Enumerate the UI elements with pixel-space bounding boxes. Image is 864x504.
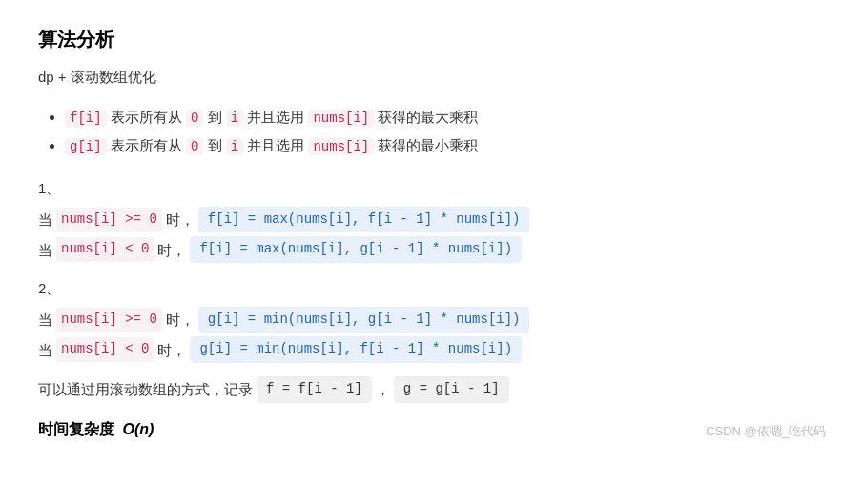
bullet1-text4: 获得的最大乘积 xyxy=(378,109,478,125)
list-item: f[i] 表示所有从 0 到 i 并且选用 nums[i] 获得的最大乘积 xyxy=(65,105,826,131)
list-item: g[i] 表示所有从 0 到 i 并且选用 nums[i] 获得的最小乘积 xyxy=(65,133,826,159)
s1l2-prefix: 当 xyxy=(38,238,52,263)
bullet2-code-red: g[i] xyxy=(65,138,107,155)
s1l1-prefix: 当 xyxy=(38,208,52,232)
time-formula: O(n) xyxy=(122,421,154,437)
section1-line1: 当 nums[i] >= 0 时， f[i] = max(nums[i], f[… xyxy=(38,207,826,233)
bullet1-code1: 0 xyxy=(186,110,203,127)
subtitle: dp + 滚动数组优化 xyxy=(38,65,826,90)
s1l2-formula: f[i] = max(nums[i], g[i - 1] * nums[i]) xyxy=(190,236,522,263)
s1l2-mid: 时， xyxy=(157,238,186,263)
section1-line2: 当 nums[i] < 0 时， f[i] = max(nums[i], g[i… xyxy=(38,236,826,263)
s2l1-cond: nums[i] >= 0 xyxy=(56,308,162,333)
rolling-g-code: g = g[i - 1] xyxy=(394,376,509,403)
time-complexity: 时间复杂度 O(n) xyxy=(38,416,154,442)
rolling-f-code: f = f[i - 1] xyxy=(257,376,372,403)
bullet2-text2: 到 xyxy=(208,137,226,153)
bullet-list: f[i] 表示所有从 0 到 i 并且选用 nums[i] 获得的最大乘积 g[… xyxy=(38,105,826,160)
s2l2-formula: g[i] = min(nums[i], f[i - 1] * nums[i]) xyxy=(190,336,522,363)
bottom-row: 时间复杂度 O(n) CSDN @依嗯_吃代码 xyxy=(38,416,826,442)
rolling-comma: ， xyxy=(376,377,390,402)
bullet2-code2: i xyxy=(226,138,243,155)
bullet2-code3: nums[i] xyxy=(308,138,374,155)
s2l2-mid: 时， xyxy=(157,338,186,363)
s1l1-formula: f[i] = max(nums[i], f[i - 1] * nums[i]) xyxy=(198,207,530,233)
s2l1-formula: g[i] = min(nums[i], g[i - 1] * nums[i]) xyxy=(198,307,530,333)
section1: 1、 当 nums[i] >= 0 时， f[i] = max(nums[i],… xyxy=(38,176,826,263)
bullet1-code-red: f[i] xyxy=(65,110,107,127)
section2-line1: 当 nums[i] >= 0 时， g[i] = min(nums[i], g[… xyxy=(38,307,826,333)
bullet1-code3: nums[i] xyxy=(308,110,374,127)
bullet2-text4: 获得的最小乘积 xyxy=(378,137,478,153)
rolling-array-note: 可以通过用滚动数组的方式，记录 f = f[i - 1] ， g = g[i -… xyxy=(38,376,826,403)
rolling-text: 可以通过用滚动数组的方式，记录 xyxy=(38,377,253,402)
bullet2-text3: 并且选用 xyxy=(247,137,308,153)
s1l1-mid: 时， xyxy=(166,208,195,232)
bullet2-code1: 0 xyxy=(186,138,203,155)
bullet2-text1: 表示所有从 xyxy=(111,137,186,153)
csdn-watermark: CSDN @依嗯_吃代码 xyxy=(706,421,826,442)
section2-num: 2、 xyxy=(38,276,826,301)
section2: 2、 当 nums[i] >= 0 时， g[i] = min(nums[i],… xyxy=(38,276,826,363)
bullet1-text3: 并且选用 xyxy=(247,109,308,125)
s1l1-cond: nums[i] >= 0 xyxy=(56,208,162,232)
bullet1-text2: 到 xyxy=(208,109,226,125)
bullet1-text1: 表示所有从 xyxy=(111,109,186,125)
s2l2-prefix: 当 xyxy=(38,338,52,363)
s1l2-cond: nums[i] < 0 xyxy=(56,237,154,262)
page-title: 算法分析 xyxy=(38,23,826,55)
section2-line2: 当 nums[i] < 0 时， g[i] = min(nums[i], f[i… xyxy=(38,336,826,363)
s2l1-mid: 时， xyxy=(166,308,195,333)
s2l1-prefix: 当 xyxy=(38,308,52,333)
time-label: 时间复杂度 xyxy=(38,421,114,437)
bullet1-code2: i xyxy=(226,110,243,127)
s2l2-cond: nums[i] < 0 xyxy=(56,337,154,362)
section1-num: 1、 xyxy=(38,176,826,201)
